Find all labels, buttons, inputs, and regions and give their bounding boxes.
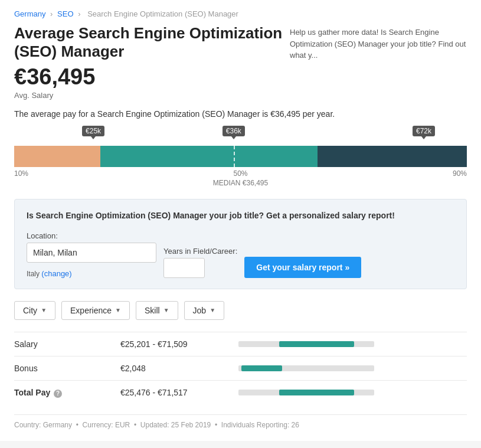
get-report-button[interactable]: Get your salary report » <box>244 257 361 278</box>
row-totalpay-label: Total Pay ? <box>14 380 120 405</box>
breadcrumb-sep-1: › <box>50 9 53 18</box>
bar-track <box>14 146 467 167</box>
filter-skill-label: Skill <box>145 306 160 315</box>
filter-city[interactable]: City ▼ <box>14 301 55 320</box>
country-name: Italy <box>27 270 40 278</box>
percentile-10: 10% <box>14 169 28 178</box>
mini-bar-track <box>238 341 374 347</box>
mini-bar-fill <box>279 390 354 395</box>
years-input[interactable] <box>163 258 205 278</box>
filter-experience-label: Experience <box>70 306 112 315</box>
footer-country: Country: Germany <box>14 421 72 429</box>
description-text: The average pay for a Search Engine Opti… <box>14 109 467 119</box>
percentile-90: 90% <box>453 169 467 178</box>
bar-segment-high <box>318 146 467 167</box>
footer-updated: Updated: 25 Feb 2019 <box>140 421 211 429</box>
question-mark-icon[interactable]: ? <box>54 390 62 398</box>
row-bonus-label: Bonus <box>14 356 120 380</box>
breadcrumb: Germany › SEO › Search Engine Optimizati… <box>14 9 467 18</box>
bar-labels: €25k €36k €72k <box>14 126 467 143</box>
mini-bar-track <box>238 365 374 371</box>
footer-currency: Currency: EUR <box>83 421 130 429</box>
chevron-down-icon: ▼ <box>210 307 215 313</box>
country-label: Italy (change) <box>27 267 156 278</box>
avg-salary-label: Avg. Salary <box>14 91 290 100</box>
row-totalpay-bar <box>238 380 467 405</box>
location-label: Location: <box>27 231 156 240</box>
salary-amount: €36,495 <box>14 64 290 90</box>
table-row: Salary €25,201 - €71,509 <box>14 332 467 356</box>
table-row: Total Pay ? €25,476 - €71,517 <box>14 380 467 405</box>
total-pay-text: Total Pay <box>14 388 50 397</box>
page-title: Average Search Engine Optimization (SEO)… <box>14 24 290 61</box>
bar-track-wrapper <box>14 146 467 167</box>
filter-city-label: City <box>23 306 37 315</box>
row-bonus-value: €2,048 <box>120 356 238 380</box>
mini-bar-fill <box>241 365 282 371</box>
bar-segment-mid <box>100 146 318 167</box>
salary-bar-chart: €25k €36k €72k 10% 50% 90% MEDIAN €36,49… <box>14 126 467 187</box>
table-row: Bonus €2,048 <box>14 356 467 380</box>
filter-skill[interactable]: Skill ▼ <box>136 301 178 320</box>
help-text: Help us gather more data! Is Search Engi… <box>290 24 467 61</box>
mini-bar-fill <box>279 341 354 347</box>
salary-box-title: Is Search Engine Optimization (SEO) Mana… <box>27 210 454 222</box>
filter-job[interactable]: Job ▼ <box>184 301 224 320</box>
footer-meta: Country: Germany • Currency: EUR • Updat… <box>14 414 467 429</box>
percentile-50: 50% <box>233 169 247 178</box>
breadcrumb-current: Search Engine Optimization (SEO) Manager <box>87 9 238 18</box>
filter-experience[interactable]: Experience ▼ <box>61 301 130 320</box>
chevron-down-icon: ▼ <box>41 307 47 313</box>
years-label: Years in Field/Career: <box>163 247 237 256</box>
breadcrumb-sep-2: › <box>78 9 80 18</box>
row-salary-bar <box>238 332 467 356</box>
footer-individuals: Individuals Reporting: 26 <box>221 421 299 429</box>
location-group: Location: Italy (change) <box>27 231 156 278</box>
breadcrumb-germany[interactable]: Germany <box>14 9 45 18</box>
row-salary-value: €25,201 - €71,509 <box>120 332 238 356</box>
years-group: Years in Field/Career: <box>163 247 237 278</box>
change-link[interactable]: (change) <box>41 269 71 278</box>
row-bonus-bar <box>238 356 467 380</box>
median-line <box>234 146 235 167</box>
median-label: MEDIAN €36,495 <box>14 179 467 187</box>
salary-table: Salary €25,201 - €71,509 Bonus €2,048 <box>14 332 467 405</box>
bar-percentiles: 10% 50% 90% <box>14 169 467 178</box>
filter-row: City ▼ Experience ▼ Skill ▼ Job ▼ <box>14 301 467 320</box>
bar-label-25k: €25k <box>82 126 104 136</box>
chevron-down-icon: ▼ <box>115 307 121 313</box>
mini-bar-track <box>238 390 374 395</box>
bar-label-72k: €72k <box>413 126 435 136</box>
row-totalpay-value: €25,476 - €71,517 <box>120 380 238 405</box>
row-salary-label: Salary <box>14 332 120 356</box>
location-input[interactable] <box>27 243 156 263</box>
bar-label-36k: €36k <box>222 126 245 136</box>
salary-box-form: Location: Italy (change) Years in Field/… <box>27 231 454 278</box>
bar-segment-low <box>14 146 100 167</box>
filter-job-label: Job <box>193 306 207 315</box>
breadcrumb-seo[interactable]: SEO <box>57 9 73 18</box>
salary-report-box: Is Search Engine Optimization (SEO) Mana… <box>14 199 467 289</box>
chevron-down-icon: ▼ <box>163 307 169 313</box>
